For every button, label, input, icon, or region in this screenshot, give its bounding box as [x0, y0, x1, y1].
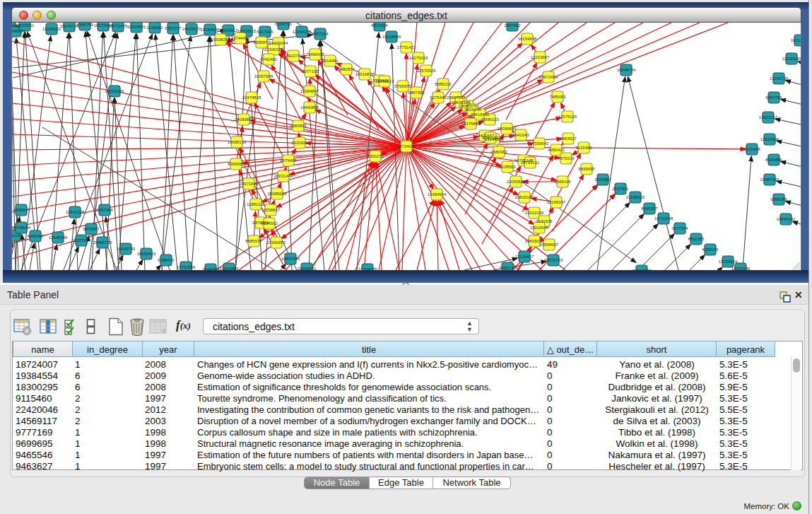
svg-text:4112034: 4112034 — [12, 233, 23, 238]
svg-text:4050413: 4050413 — [548, 148, 565, 152]
svg-text:10327246: 10327246 — [731, 267, 751, 270]
svg-text:19523409: 19523409 — [220, 267, 239, 270]
svg-text:22992872: 22992872 — [267, 240, 286, 245]
svg-text:22570529: 22570529 — [417, 69, 436, 73]
svg-text:22330030: 22330030 — [782, 57, 801, 61]
svg-text:10837430: 10837430 — [281, 257, 300, 261]
svg-text:2457954: 2457954 — [96, 208, 113, 212]
svg-text:3677374: 3677374 — [671, 226, 688, 230]
svg-text:19285201: 19285201 — [42, 27, 61, 31]
svg-text:14275203: 14275203 — [409, 56, 428, 60]
svg-text:6217026: 6217026 — [257, 30, 273, 34]
svg-text:12541238: 12541238 — [66, 210, 85, 214]
svg-text:24641507: 24641507 — [632, 269, 652, 270]
svg-text:13421212: 13421212 — [759, 115, 778, 119]
svg-text:6128503: 6128503 — [499, 165, 516, 169]
svg-text:23188315: 23188315 — [626, 195, 645, 199]
svg-text:12375125: 12375125 — [558, 115, 577, 119]
svg-text:18754131: 18754131 — [521, 160, 540, 165]
svg-text:10973493: 10973493 — [539, 75, 558, 79]
svg-text:8369062: 8369062 — [228, 162, 245, 166]
svg-text:13045349: 13045349 — [49, 235, 68, 240]
svg-text:13241736: 13241736 — [770, 76, 789, 81]
svg-text:22474828: 22474828 — [242, 95, 261, 100]
svg-text:13701506: 13701506 — [177, 265, 196, 269]
svg-text:14460856: 14460856 — [300, 105, 319, 110]
svg-text:9875847: 9875847 — [83, 227, 100, 231]
svg-text:5685216: 5685216 — [435, 82, 452, 86]
svg-text:16648784: 16648784 — [617, 68, 636, 72]
svg-text:3333883: 3333883 — [594, 177, 611, 182]
svg-text:22806503: 22806503 — [12, 29, 25, 33]
svg-text:19384554: 19384554 — [428, 192, 447, 197]
svg-text:26053346: 26053346 — [105, 89, 124, 93]
svg-text:8811165: 8811165 — [688, 237, 705, 241]
svg-text:12416912: 12416912 — [219, 28, 238, 33]
svg-text:10334531: 10334531 — [127, 25, 146, 29]
svg-text:18096865: 18096865 — [498, 127, 517, 131]
svg-text:15165337: 15165337 — [547, 200, 566, 204]
svg-text:23936053: 23936053 — [211, 37, 230, 42]
svg-text:8813054: 8813054 — [371, 23, 388, 28]
svg-text:19688132: 19688132 — [228, 140, 247, 144]
svg-text:25089205: 25089205 — [268, 192, 287, 196]
svg-text:20031404: 20031404 — [274, 174, 293, 178]
svg-text:8134562: 8134562 — [261, 221, 278, 226]
svg-text:13134457: 13134457 — [515, 255, 534, 259]
svg-text:7485063: 7485063 — [549, 95, 566, 99]
svg-text:20994697: 20994697 — [540, 243, 559, 247]
svg-text:8646997: 8646997 — [641, 206, 658, 211]
svg-text:22744459: 22744459 — [231, 36, 250, 40]
svg-text:15180586: 15180586 — [201, 28, 220, 32]
svg-text:21257684: 21257684 — [72, 238, 91, 243]
svg-text:2580963: 2580963 — [490, 150, 507, 154]
svg-text:6457765: 6457765 — [765, 95, 782, 100]
svg-text:2537611: 2537611 — [613, 187, 630, 191]
svg-text:9463627: 9463627 — [560, 136, 577, 141]
svg-text:10710248: 10710248 — [654, 216, 673, 221]
svg-text:18992829: 18992829 — [137, 252, 156, 256]
svg-text:6482877: 6482877 — [338, 67, 355, 71]
svg-text:25465435: 25465435 — [306, 52, 325, 57]
svg-text:20772475: 20772475 — [109, 24, 128, 28]
svg-text:17751421: 17751421 — [397, 45, 416, 49]
svg-text:5188470: 5188470 — [158, 258, 175, 262]
svg-text:2300275: 2300275 — [367, 154, 384, 158]
svg-text:17559643: 17559643 — [530, 141, 549, 146]
svg-text:16510878: 16510878 — [355, 72, 375, 76]
svg-text:3395870: 3395870 — [253, 40, 270, 45]
svg-text:23833160: 23833160 — [515, 195, 534, 199]
svg-text:9816145: 9816145 — [464, 107, 481, 112]
svg-text:23971842: 23971842 — [240, 182, 259, 186]
svg-text:8685577: 8685577 — [245, 239, 262, 243]
svg-text:22053595: 22053595 — [507, 180, 526, 184]
svg-text:7452134: 7452134 — [499, 266, 516, 270]
svg-text:4245263: 4245263 — [27, 234, 44, 238]
svg-text:8359183: 8359183 — [482, 136, 499, 140]
svg-text:20372723: 20372723 — [544, 258, 563, 262]
svg-text:24549181: 24549181 — [777, 217, 796, 221]
svg-text:11881122: 11881122 — [247, 202, 265, 206]
svg-text:13748244: 13748244 — [12, 226, 31, 230]
svg-text:21439044: 21439044 — [269, 41, 288, 45]
svg-text:24425670: 24425670 — [182, 27, 201, 31]
svg-text:2077105: 2077105 — [302, 69, 319, 74]
svg-text:20580115: 20580115 — [481, 117, 500, 122]
svg-text:20615450: 20615450 — [471, 112, 490, 117]
svg-text:9887903: 9887903 — [408, 90, 425, 95]
svg-text:22093651: 22093651 — [298, 267, 317, 270]
svg-text:3220921: 3220921 — [291, 141, 308, 145]
svg-text:3131636: 3131636 — [536, 219, 553, 223]
svg-text:12213967: 12213967 — [531, 55, 550, 59]
svg-text:2087682: 2087682 — [504, 23, 521, 28]
svg-text:12294238: 12294238 — [293, 30, 312, 34]
svg-text:21012166: 21012166 — [525, 211, 544, 215]
svg-text:7957224: 7957224 — [312, 32, 329, 36]
svg-text:21754078: 21754078 — [358, 267, 377, 270]
svg-text:13754919: 13754919 — [719, 259, 738, 264]
svg-text:11584847: 11584847 — [300, 89, 319, 93]
svg-text:8079409: 8079409 — [280, 158, 297, 163]
svg-text:13910648: 13910648 — [530, 226, 549, 230]
svg-text:9275445: 9275445 — [430, 95, 447, 100]
svg-text:6357277: 6357277 — [165, 26, 182, 30]
